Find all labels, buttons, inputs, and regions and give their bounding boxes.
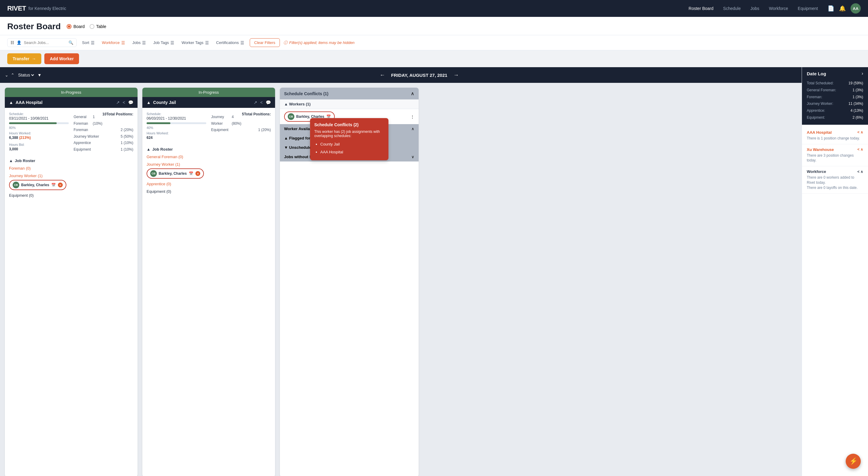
roster-group-foreman-col1: Foreman (0) (9, 166, 133, 171)
availability-collapse-btn[interactable]: ∧ (411, 127, 414, 131)
next-date-button[interactable]: → (453, 72, 459, 78)
info-icon: ⓘ (283, 40, 287, 45)
hours-bid-col1: Hours Bid: 3,000 (9, 143, 69, 151)
document-icon[interactable]: 📄 (828, 5, 834, 12)
date-bar: ⌄ ⌃ Status ▼ ← FRIDAY, AUGUST 27, 2021 → (0, 67, 802, 83)
nav-equipment[interactable]: Equipment (798, 6, 818, 11)
up-icon: ⌃ (11, 73, 14, 77)
roster-group-jw-title-col2[interactable]: Journey Worker (1) (147, 162, 271, 167)
nav-roster-board[interactable]: Roster Board (688, 6, 713, 11)
status-bar-col2: In-Progress (142, 88, 275, 97)
roster-group-jw-col1: Journey Worker (1) CB Barkley, Charles 📅… (9, 173, 133, 190)
board-radio[interactable] (67, 24, 71, 29)
roster-group-a-title-col2[interactable]: Apprentice (0) (147, 182, 271, 186)
worker-name-cb-col2: Barkley, Charles (159, 171, 187, 176)
roster-group-foreman-title-col1[interactable]: Foreman (0) (9, 166, 133, 171)
prev-date-button[interactable]: ← (380, 72, 385, 78)
share-icon-workforce[interactable]: < ∧ (858, 170, 863, 174)
sort-group: ⌄ ⌃ Status ▼ (5, 72, 42, 78)
board-label: Board (73, 24, 85, 29)
remove-chip-col1[interactable]: ✕ (58, 182, 63, 188)
roster-title-col2[interactable]: ▲ Job Roster (147, 147, 271, 151)
add-worker-button[interactable]: Add Worker (44, 53, 79, 64)
share-icon-xu[interactable]: < ∧ (858, 147, 863, 151)
roster-group-gf-title-col2[interactable]: General Foreman (0) (147, 155, 271, 159)
collapse-icon-col1[interactable]: ▲ (9, 100, 13, 105)
share-icon-col2[interactable]: < (260, 100, 263, 105)
log-job-xu-warehouse: Xu Warehouse < ∧ There are 3 position ch… (802, 144, 868, 167)
fab-button[interactable]: ⚡ (846, 454, 861, 469)
stat-row-equipment: Equipment: 2 (6%) (807, 114, 863, 121)
status-bar-col1: In-Progress (5, 88, 137, 97)
schedule-conflicts-tooltip: Schedule Conflicts (2) This worker has (… (310, 118, 389, 160)
col-body-col2: Schedule: 06/03/2021 - 12/30/2021 40% Ho… (142, 108, 275, 476)
roster-group-gf-col2: General Foreman (0) (147, 155, 271, 159)
nav-schedule[interactable]: Schedule (723, 6, 741, 11)
tooltip-job-list: County Jail AAA Hospital (314, 140, 384, 156)
workforce-filter-button[interactable]: Workforce ☰ (100, 39, 127, 46)
chat-icon-col2[interactable]: 💬 (266, 100, 271, 105)
foreman-value: 1 (3%) (852, 94, 863, 101)
conflict-options-icon[interactable]: ⋮ (410, 114, 414, 119)
jobs-without-collapse-btn[interactable]: ∨ (411, 155, 414, 159)
unscheduled-chevron: ▼ (284, 145, 288, 150)
nav-jobs[interactable]: Jobs (750, 6, 760, 11)
workers-section-label: ▲ Workers (1) (284, 102, 311, 106)
worker-chip-cb-col1: CB Barkley, Charles 📅 ✕ (9, 180, 66, 190)
table-radio[interactable] (90, 24, 94, 29)
table-label: Table (96, 24, 106, 29)
roster-group-jw-title-col1[interactable]: Journey Worker (1) (9, 173, 133, 178)
expand-icon-col2[interactable]: ↗ (254, 100, 257, 105)
foreman-label: Foreman: (807, 94, 822, 101)
workers-section-header[interactable]: ▲ Workers (1) (280, 99, 418, 109)
total-scheduled-value: 19 (59%) (848, 80, 863, 87)
search-input[interactable] (24, 40, 66, 45)
calendar-icon-chip-col2[interactable]: 📅 (188, 171, 194, 176)
share-icon-aaa[interactable]: < ∧ (858, 130, 863, 134)
roster-title-col1[interactable]: ▲ Job Roster (9, 159, 133, 163)
job-tags-filter-button[interactable]: Job Tags ☰ (151, 39, 176, 46)
search-box[interactable]: ☷ 👤 🔍 (7, 38, 76, 47)
page-title: Roster Board (7, 22, 61, 31)
nav-workforce[interactable]: Workforce (769, 6, 788, 11)
log-job-title-xu[interactable]: Xu Warehouse < ∧ (807, 147, 863, 152)
share-icon-col1[interactable]: < (123, 100, 125, 105)
sort-button[interactable]: Sort ☰ (80, 39, 96, 46)
remove-chip-col2[interactable]: ✕ (195, 171, 200, 176)
roster-group-a-col2: Apprentice (0) (147, 182, 271, 186)
progress-label-col1: 80% (9, 126, 69, 130)
certifications-filter-button[interactable]: Certifications ☰ (214, 39, 246, 46)
conflicts-worker-row: CB Barkley, Charles 📅 ⋮ Schedule Conflic… (280, 109, 418, 124)
transfer-button[interactable]: Transfer → (7, 53, 41, 64)
date-log-title: Date Log (807, 71, 826, 76)
status-sort-select[interactable]: Status (17, 72, 35, 78)
log-job-title-aaa[interactable]: AAA Hospital < ∧ (807, 130, 863, 135)
apprentice-label: Apprentice: (807, 107, 825, 114)
progress-container-col1 (9, 122, 69, 124)
bell-icon[interactable]: 🔔 (839, 5, 846, 12)
company-name: for Kennedy Electric (28, 6, 66, 11)
date-log-panel: Date Log › Total Scheduled: 19 (59%) Gen… (802, 67, 868, 476)
view-table-option[interactable]: Table (90, 24, 106, 29)
tooltip-job-1: County Jail (320, 140, 384, 148)
view-board-option[interactable]: Board (67, 24, 85, 29)
avatar[interactable]: AA (850, 3, 861, 13)
collapse-icon-col2[interactable]: ▲ (147, 100, 151, 105)
log-job-desc-xu: There are 3 position changes today. (807, 153, 863, 163)
conflicts-collapse-btn[interactable]: ∧ (411, 91, 414, 96)
jobs-filter-button[interactable]: Jobs ☰ (131, 39, 148, 46)
hours-row-col1: Hours Worked: 6,388 (213%) (9, 131, 69, 140)
expand-icon-col1[interactable]: ↗ (116, 100, 120, 105)
worker-tags-filter-button[interactable]: Worker Tags ☰ (180, 39, 211, 46)
date-log-expand-btn[interactable]: › (862, 71, 863, 76)
chat-icon-col1[interactable]: 💬 (128, 100, 133, 105)
calendar-icon-chip-col1[interactable]: 📅 (51, 182, 56, 188)
clear-filters-button[interactable]: Clear Filters (250, 38, 280, 47)
equipment-stat-value: 2 (6%) (852, 114, 863, 121)
search-icon: 🔍 (68, 40, 73, 45)
worker-chip-cb-col2: CB Barkley, Charles 📅 ✕ (147, 168, 204, 179)
worker-tags-label: Worker Tags (182, 40, 204, 45)
workforce-filter-icon: ☰ (121, 40, 125, 45)
equipment-stat-label: Equipment: (807, 114, 825, 121)
col-header-left-col1: ▲ AAA Hospital (9, 100, 42, 105)
